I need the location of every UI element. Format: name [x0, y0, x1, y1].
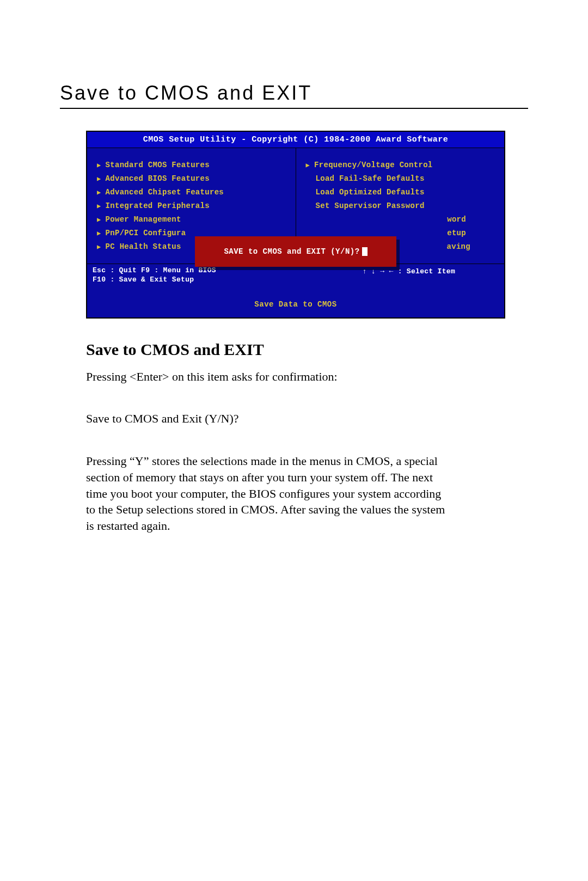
menu-item-standard-cmos[interactable]: ▶Standard CMOS Features [97, 161, 290, 169]
menu-item-set-supervisor-password[interactable]: Set Supervisor Password [306, 201, 499, 210]
menu-item-power-management[interactable]: ▶Power Management [97, 215, 290, 224]
menu-item-partial-word: word [306, 215, 499, 224]
help-line: Esc : Quit F9 : Menu in BIOS [93, 266, 216, 276]
bios-screenshot: CMOS Setup Utility - Copyright (C) 1984-… [86, 131, 505, 319]
menu-label: PC Health Status [106, 242, 181, 251]
triangle-icon: ▶ [306, 161, 310, 169]
menu-item-load-failsafe[interactable]: Load Fail-Safe Defaults [306, 174, 499, 183]
menu-label: Advanced Chipset Features [106, 188, 224, 197]
menu-label: Power Management [106, 215, 181, 224]
cursor-icon [362, 247, 367, 256]
menu-label: Load Optimized Defaults [316, 188, 425, 197]
menu-item-load-optimized[interactable]: Load Optimized Defaults [306, 188, 499, 197]
menu-item-advanced-bios[interactable]: ▶Advanced BIOS Features [97, 174, 290, 183]
paragraph: Pressing “Y” stores the selections made … [86, 453, 452, 534]
help-left: Esc : Quit F9 : Menu in BIOS F10 : Save … [93, 266, 216, 285]
menu-label: aving [446, 242, 470, 251]
triangle-icon: ▶ [97, 175, 101, 183]
menu-item-advanced-chipset[interactable]: ▶Advanced Chipset Features [97, 188, 290, 197]
menu-label: Integrated Peripherals [106, 201, 210, 210]
paragraph: Save to CMOS and Exit (Y/N)? [86, 411, 452, 427]
triangle-icon: ▶ [97, 216, 101, 224]
menu-label: Advanced BIOS Features [106, 174, 210, 183]
menu-label: Load Fail-Safe Defaults [316, 174, 425, 183]
triangle-icon: ▶ [97, 243, 101, 251]
save-confirm-dialog[interactable]: SAVE to CMOS and EXIT (Y/N)? [195, 236, 396, 267]
menu-label: word [447, 215, 466, 224]
menu-label: Frequency/Voltage Control [314, 161, 433, 169]
menu-label: etup [447, 229, 466, 237]
bios-footer: Save Data to CMOS [87, 287, 504, 317]
triangle-icon: ▶ [97, 188, 101, 197]
menu-label: Set Supervisor Password [316, 201, 425, 210]
menu-item-frequency-voltage[interactable]: ▶Frequency/Voltage Control [306, 161, 499, 169]
page-title: Save to CMOS and EXIT [60, 82, 528, 109]
document-content: Save to CMOS and EXIT Pressing <Enter> o… [60, 340, 452, 534]
dialog-text: SAVE to CMOS and EXIT (Y/N)? [224, 247, 359, 256]
triangle-icon: ▶ [97, 161, 101, 169]
bios-titlebar: CMOS Setup Utility - Copyright (C) 1984-… [87, 132, 504, 148]
bios-help-bar: Esc : Quit F9 : Menu in BIOS F10 : Save … [87, 264, 504, 287]
help-line: F10 : Save & Exit Setup [93, 276, 216, 285]
help-right: ↑ ↓ → ← : Select Item [363, 266, 499, 285]
menu-label: PnP/PCI Configura [106, 229, 186, 237]
menu-label: Standard CMOS Features [106, 161, 210, 169]
section-title: Save to CMOS and EXIT [86, 340, 452, 359]
triangle-icon: ▶ [97, 229, 101, 237]
bios-menu-body: ▶Standard CMOS Features ▶Advanced BIOS F… [87, 148, 504, 264]
menu-item-integrated-peripherals[interactable]: ▶Integrated Peripherals [97, 201, 290, 210]
triangle-icon: ▶ [97, 202, 101, 210]
paragraph: Pressing <Enter> on this item asks for c… [86, 369, 452, 385]
